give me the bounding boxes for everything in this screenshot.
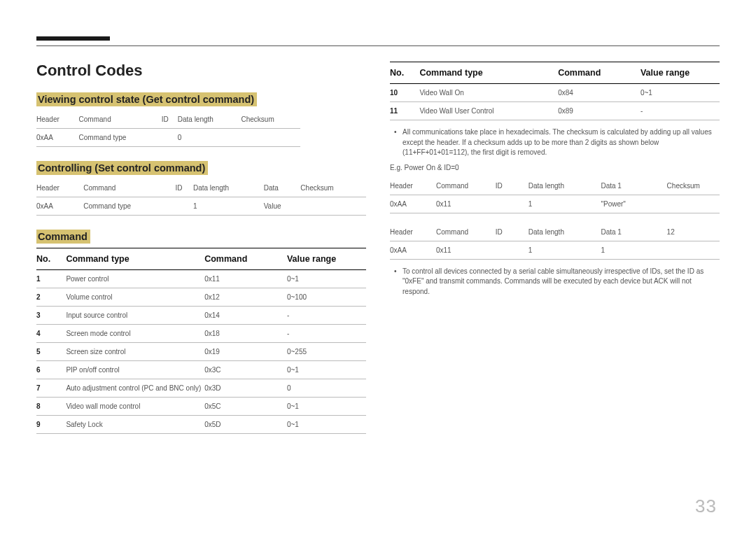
td: 3 bbox=[36, 307, 66, 325]
th: ID bbox=[175, 179, 193, 197]
page-title: Control Codes bbox=[36, 62, 366, 80]
th: Data 1 bbox=[601, 223, 666, 241]
td: 6 bbox=[36, 361, 66, 379]
td bbox=[241, 129, 300, 147]
table-set: Header Command ID Data length Data Check… bbox=[36, 179, 366, 216]
section-command-list: Command No. Command type Command Value r… bbox=[36, 230, 366, 434]
th: ID bbox=[496, 223, 528, 241]
td: - bbox=[287, 307, 366, 325]
th-range: Value range bbox=[287, 248, 366, 270]
table-example-2: Header Command ID Data length Data 1 12 … bbox=[390, 223, 720, 260]
td: 0x12 bbox=[204, 288, 287, 307]
content-columns: Control Codes Viewing control state (Get… bbox=[36, 62, 720, 448]
td: 1 bbox=[528, 195, 601, 213]
table-commands-right: No. Command type Command Value range 10V… bbox=[390, 62, 720, 120]
notes-list-2: To control all devices connected by a se… bbox=[390, 267, 720, 297]
right-column: No. Command type Command Value range 10V… bbox=[390, 62, 720, 448]
th: Command bbox=[436, 223, 496, 241]
td: 0~1 bbox=[287, 398, 366, 416]
td: 0xAA bbox=[36, 129, 79, 147]
td: Auto adjustment control (PC and BNC only… bbox=[66, 379, 204, 398]
td bbox=[667, 241, 720, 259]
td: Value bbox=[264, 197, 301, 216]
example-label: E.g. Power On & ID=0 bbox=[390, 164, 720, 171]
section-set-command: Controlling (Set control command) Header… bbox=[36, 161, 366, 216]
td: 0x11 bbox=[436, 241, 496, 259]
th: Command bbox=[436, 177, 496, 195]
td: Video wall mode control bbox=[66, 398, 204, 416]
table-get: Header Command ID Data length Checksum 0… bbox=[36, 111, 300, 147]
th: Header bbox=[390, 223, 436, 241]
th: Data length bbox=[178, 111, 241, 129]
td: Safety Lock bbox=[66, 416, 204, 434]
th: Header bbox=[390, 177, 436, 195]
th: Data length bbox=[528, 177, 601, 195]
table-example-1: Header Command ID Data length Data 1 Che… bbox=[390, 177, 720, 213]
td: 0x3C bbox=[204, 361, 287, 379]
th: ID bbox=[162, 111, 178, 129]
td: 0x3D bbox=[204, 379, 287, 398]
td: Volume control bbox=[66, 288, 204, 307]
td: 0x19 bbox=[204, 343, 287, 361]
td: 4 bbox=[36, 325, 66, 343]
td bbox=[175, 197, 193, 216]
td: 0~255 bbox=[287, 343, 366, 361]
note-checksum: All communications take place in hexadec… bbox=[390, 127, 720, 158]
th: Data length bbox=[528, 223, 601, 241]
th: 12 bbox=[667, 223, 720, 241]
td: 0~1 bbox=[287, 361, 366, 379]
td: 1 bbox=[528, 241, 601, 259]
td: 0xAA bbox=[390, 195, 436, 213]
td: 5 bbox=[36, 343, 66, 361]
td: 7 bbox=[36, 379, 66, 398]
td bbox=[496, 195, 528, 213]
th: Header bbox=[36, 179, 83, 197]
td: PIP on/off control bbox=[66, 361, 204, 379]
td: 0x11 bbox=[436, 195, 496, 213]
th: Command bbox=[79, 111, 162, 129]
section-get-command: Viewing control state (Get control comma… bbox=[36, 92, 366, 147]
td: "Power" bbox=[601, 195, 666, 213]
th: Header bbox=[36, 111, 79, 129]
td bbox=[300, 197, 366, 216]
th-no: No. bbox=[390, 62, 419, 84]
td: 0~1 bbox=[287, 270, 366, 288]
td: 1 bbox=[193, 197, 264, 216]
td bbox=[667, 195, 720, 213]
td: 0x18 bbox=[204, 325, 287, 343]
left-column: Control Codes Viewing control state (Get… bbox=[36, 62, 366, 448]
td: - bbox=[640, 102, 720, 120]
td: 0 bbox=[178, 129, 241, 147]
td: 0~1 bbox=[287, 416, 366, 434]
td: 0x14 bbox=[204, 307, 287, 325]
td: 2 bbox=[36, 288, 66, 307]
td: Command type bbox=[83, 197, 175, 216]
td: 10 bbox=[390, 84, 419, 102]
td: Video Wall User Control bbox=[419, 102, 558, 120]
header-rule bbox=[36, 45, 720, 46]
th: Data 1 bbox=[601, 177, 666, 195]
header-accent-bar bbox=[36, 36, 110, 41]
th: Checksum bbox=[300, 179, 366, 197]
th: Command bbox=[83, 179, 175, 197]
td: 0xAA bbox=[36, 197, 83, 216]
td: Command type bbox=[79, 129, 162, 147]
td: 1 bbox=[36, 270, 66, 288]
td: 0~1 bbox=[640, 84, 720, 102]
heading-get: Viewing control state (Get control comma… bbox=[36, 92, 257, 106]
td: 0xAA bbox=[390, 241, 436, 259]
td: Video Wall On bbox=[419, 84, 558, 102]
td: Screen mode control bbox=[66, 325, 204, 343]
th: Checksum bbox=[667, 177, 720, 195]
td: - bbox=[287, 325, 366, 343]
th-type: Command type bbox=[419, 62, 558, 84]
td: 1 bbox=[601, 241, 666, 259]
td bbox=[162, 129, 178, 147]
td: 0 bbox=[287, 379, 366, 398]
th: ID bbox=[496, 177, 528, 195]
th: Data bbox=[264, 179, 301, 197]
page-number: 33 bbox=[695, 496, 717, 517]
td: 0x84 bbox=[558, 84, 640, 102]
th-type: Command type bbox=[66, 248, 204, 270]
td: Input source control bbox=[66, 307, 204, 325]
